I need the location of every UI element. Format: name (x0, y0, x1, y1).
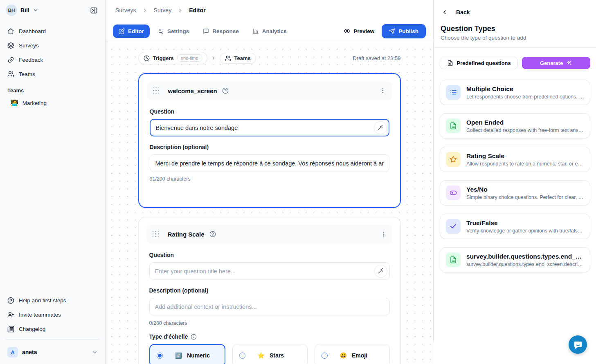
tab-settings[interactable]: Settings (152, 25, 195, 38)
breadcrumb-survey[interactable]: Survey (154, 7, 172, 13)
sidebar-item-marketing[interactable]: 🧑‍💻 Marketing (4, 96, 101, 110)
footer-item-label: Invite teammates (19, 312, 61, 318)
card-menu-button[interactable] (380, 87, 386, 94)
description-input[interactable] (150, 154, 389, 172)
divider (6, 339, 99, 339)
chevron-down-icon (92, 349, 98, 355)
chevron-right-icon (142, 7, 148, 13)
generate-button[interactable]: Generate (522, 57, 590, 69)
ai-rewrite-button[interactable] (374, 265, 387, 278)
char-count: 0/200 characters (149, 320, 390, 326)
ai-rewrite-button[interactable] (374, 121, 387, 134)
pencil-square-icon (119, 28, 125, 34)
team-item-label: Marketing (22, 100, 47, 106)
tab-label: Response (212, 28, 239, 34)
tab-analytics[interactable]: Analytics (247, 25, 292, 38)
drag-handle-icon[interactable] (153, 231, 160, 238)
chevron-right-icon (211, 55, 216, 61)
file-code-icon (447, 60, 453, 66)
chat-widget-button[interactable] (569, 335, 587, 354)
magic-wand-icon (377, 125, 383, 131)
card-menu-button[interactable] (380, 231, 387, 237)
sidebar-nav: Dashboard Surveys Feedback Teams Teams 🧑… (0, 20, 105, 110)
question-type-multiple-choice[interactable]: Multiple Choice Let respondents choose f… (440, 80, 590, 105)
scale-type-label: Type d'échelle (149, 333, 390, 340)
triggers-label: Triggers (153, 55, 174, 61)
magic-wand-icon (378, 268, 384, 274)
sidebar-item-dashboard[interactable]: Dashboard (4, 25, 101, 38)
star-emoji-icon: ⭐ (258, 352, 265, 359)
sidebar-item-help[interactable]: Help and first steps (4, 294, 101, 307)
description-input[interactable] (149, 298, 390, 315)
question-type-open-ended[interactable]: Open Ended Collect detailed responses wi… (440, 113, 590, 138)
chevron-right-icon (177, 7, 183, 13)
teams-pill[interactable]: Teams (220, 53, 256, 64)
breadcrumb-surveys[interactable]: Surveys (115, 7, 136, 13)
radio-unselected (239, 353, 245, 359)
sidebar-item-label: Dashboard (19, 28, 46, 34)
tab-label: Analytics (262, 28, 287, 34)
panel-title: Question Types (440, 21, 590, 35)
scale-option-emoji[interactable]: 😃 Emoji (315, 344, 390, 364)
sidebar-item-invite[interactable]: Invite teammates (4, 308, 101, 322)
description-label: Description (optional) (150, 144, 389, 150)
preview-button[interactable]: Preview (344, 28, 374, 34)
scale-option-label: Numeric (187, 352, 210, 359)
footer-item-label: Changelog (19, 326, 45, 332)
sidebar-item-teams[interactable]: Teams (4, 67, 101, 81)
sidebar-item-label: Feedback (19, 57, 43, 63)
question-label: Question (150, 108, 389, 115)
workspace-switcher[interactable]: BH Bill (0, 0, 105, 20)
panel-toggle-icon (90, 7, 98, 14)
chevron-left-icon (441, 9, 448, 16)
question-title-input[interactable] (149, 262, 390, 280)
question-card-rating-scale[interactable]: Rating Scale Question (138, 217, 401, 364)
predefined-questions-button[interactable]: Predefined questions (440, 57, 518, 69)
file-text-icon (446, 252, 461, 267)
question-card-title: Rating Scale (168, 231, 205, 238)
eye-icon (344, 28, 350, 34)
question-title-input[interactable] (150, 119, 389, 136)
breadcrumb: Surveys Survey Editor (106, 0, 433, 20)
question-type-rating-scale[interactable]: Rating Scale Allow respondents to rate o… (440, 147, 590, 172)
tab-editor[interactable]: Editor (113, 25, 150, 38)
home-icon (7, 28, 14, 35)
question-card-header: welcome_screen (147, 81, 392, 100)
tab-bar: Editor Settings Response Analytics Previ… (106, 20, 433, 42)
tab-label: Settings (167, 28, 189, 34)
drag-handle-icon[interactable] (153, 87, 160, 94)
user-menu[interactable]: A aneta (4, 343, 101, 364)
question-type-yes-no[interactable]: Yes/No Simple binary choice questions. P… (440, 180, 590, 205)
sidebar-item-surveys[interactable]: Surveys (4, 39, 101, 52)
scale-option-numeric[interactable]: #️⃣ Numeric (149, 344, 225, 364)
sidebar-item-feedback[interactable]: Feedback (4, 53, 101, 67)
preview-label: Preview (353, 28, 374, 34)
question-label: Question (149, 252, 390, 258)
sidebar-toggle-button[interactable] (87, 4, 100, 17)
triggers-pill[interactable]: Triggers one-time (138, 52, 207, 64)
link-icon (6, 55, 16, 65)
scale-option-stars[interactable]: ⭐ Stars (232, 344, 308, 364)
workspace-avatar: BH (6, 4, 17, 16)
smiley-emoji-icon: 😃 (340, 352, 347, 359)
sidebar-item-label: Surveys (19, 42, 39, 49)
question-type-end-screen[interactable]: survey.builder.questions.types.end_scr..… (440, 247, 590, 272)
help-circle-icon[interactable] (209, 231, 216, 237)
back-label: Back (456, 9, 470, 16)
question-type-title: survey.builder.questions.types.end_scr..… (466, 253, 584, 260)
layers-icon (7, 42, 14, 49)
sidebar-item-changelog[interactable]: Changelog (4, 322, 101, 336)
question-type-description: Allow respondents to rate on a numeric, … (466, 161, 584, 167)
question-type-true-false[interactable]: True/False Verify knowledge or gather op… (440, 214, 590, 239)
question-card-welcome-screen[interactable]: welcome_screen Question (138, 73, 401, 208)
users-icon (225, 55, 231, 61)
question-type-description: Verify knowledge or gather opinions with… (466, 228, 584, 234)
publish-button[interactable]: Publish (382, 24, 426, 38)
info-icon[interactable] (191, 334, 197, 340)
tab-response[interactable]: Response (197, 25, 245, 38)
back-button[interactable]: Back (440, 8, 590, 21)
chevron-down-icon (33, 7, 38, 13)
question-type-description: Let respondents choose from predefined o… (466, 94, 584, 100)
help-circle-icon[interactable] (222, 87, 229, 94)
newspaper-icon (7, 326, 14, 333)
